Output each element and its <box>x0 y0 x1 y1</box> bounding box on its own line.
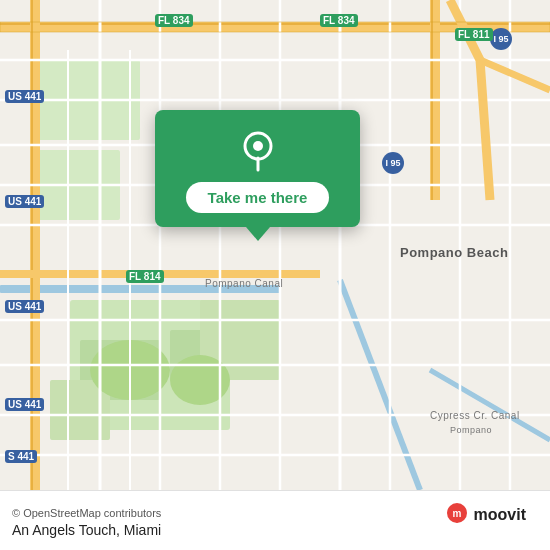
map-container: Pompano Beach Pompano Canal Cypress Cr. … <box>0 0 550 490</box>
osm-attribution: © OpenStreetMap contributors <box>12 507 161 519</box>
us-441-badge-2: US 441 <box>5 195 44 208</box>
cypress-creek-label: Cypress Cr. Canal <box>430 410 520 421</box>
s-441-badge: S 441 <box>5 450 37 463</box>
fl-814-badge: FL 814 <box>126 270 164 283</box>
us-441-badge-4: US 441 <box>5 398 44 411</box>
moovit-brand-text: moovit <box>474 506 526 524</box>
pompano-beach-label: Pompano Beach <box>400 245 508 260</box>
svg-rect-14 <box>0 23 550 25</box>
svg-rect-16 <box>31 0 33 490</box>
popup-card: Take me there <box>155 110 360 227</box>
location-pin-icon <box>236 128 280 172</box>
fl-834-badge-left: FL 834 <box>155 14 193 27</box>
location-name: An Angels Touch, Miami <box>12 522 161 538</box>
bottom-bar: © OpenStreetMap contributors An Angels T… <box>0 490 550 550</box>
pompano-canal-label: Pompano Canal <box>205 278 283 289</box>
moovit-icon: m <box>443 501 471 529</box>
us-441-badge-1: US 441 <box>5 90 44 103</box>
i95-badge-1: I 95 <box>490 28 512 50</box>
svg-text:m: m <box>452 508 461 519</box>
i95-badge-2: I 95 <box>382 152 404 174</box>
us-441-badge-3: US 441 <box>5 300 44 313</box>
moovit-logo: m moovit <box>443 501 526 529</box>
svg-point-41 <box>253 141 263 151</box>
take-me-there-button[interactable]: Take me there <box>186 182 330 213</box>
pompano-label2: Pompano <box>450 425 492 435</box>
fl-811-badge: FL 811 <box>455 28 493 41</box>
fl-834-badge-right: FL 834 <box>320 14 358 27</box>
